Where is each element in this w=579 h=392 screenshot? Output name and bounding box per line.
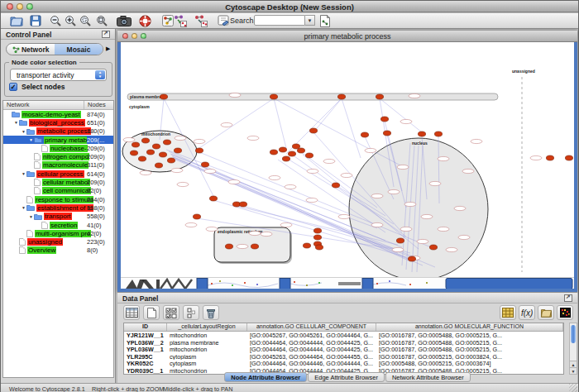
tab-edge-attribute-browser[interactable]: Edge Attribute Browser [308, 372, 385, 382]
tree-row[interactable]: ▼establishment of lo558(0) [3, 203, 113, 212]
zoom-selected-icon[interactable] [78, 14, 93, 27]
expand-triangle-icon[interactable]: ▼ [28, 214, 34, 219]
network-node[interactable] [201, 162, 208, 167]
network-node[interactable] [434, 131, 442, 136]
function-builder-icon[interactable]: f(x) [519, 305, 535, 320]
network-canvas[interactable]: plasma membranecytoplasmnucleusmitochond… [121, 42, 574, 277]
network-node[interactable] [195, 148, 203, 153]
tree-row[interactable]: unassigned223(0) [3, 237, 113, 246]
network-node[interactable] [279, 147, 286, 152]
select-attributes-icon[interactable] [163, 305, 179, 320]
network-node[interactable] [270, 150, 277, 155]
open-session-icon[interactable] [9, 14, 24, 27]
network-node[interactable] [174, 148, 181, 153]
network-node[interactable] [376, 94, 383, 99]
tree-row[interactable]: macromolecule311(0) [3, 161, 113, 170]
expand-triangle-icon[interactable]: ▼ [21, 205, 26, 210]
network-node[interactable] [332, 183, 339, 188]
network-node[interactable] [565, 155, 572, 160]
scrollbar-thumb[interactable] [571, 325, 576, 343]
network-node[interactable] [146, 150, 154, 155]
expand-triangle-icon[interactable]: ▼ [13, 120, 19, 125]
attribute-table[interactable]: ID_cellularLayoutRegionannotation.GO CEL… [123, 323, 564, 375]
tree-row[interactable]: secretion41(0) [3, 221, 113, 229]
network-node[interactable] [383, 131, 390, 136]
snapshot-icon[interactable] [117, 14, 132, 27]
network-node[interactable] [429, 245, 437, 250]
tree-col-nodes[interactable]: Nodes [84, 101, 113, 109]
float-panel-icon[interactable] [102, 31, 110, 38]
network-node[interactable] [159, 152, 166, 157]
layout-network-icon[interactable] [173, 14, 188, 27]
network-node[interactable] [380, 117, 388, 122]
tree-row[interactable]: ▼transport558(0) [3, 213, 113, 221]
zoom-out-icon[interactable] [48, 14, 63, 27]
network-node[interactable] [282, 156, 290, 161]
overlay-network-icon[interactable] [194, 14, 208, 27]
resize-grip[interactable] [569, 384, 577, 392]
import-attributes-icon[interactable] [538, 305, 554, 320]
network-node[interactable] [138, 156, 146, 161]
network-node[interactable] [396, 238, 404, 243]
network-node[interactable] [270, 94, 277, 99]
attribute-select[interactable]: transporter activity ▲▼ [10, 69, 107, 81]
annotation-icon[interactable] [216, 14, 231, 27]
network-node[interactable] [209, 196, 217, 201]
network-window-titlebar[interactable]: primary metabolic process [117, 31, 577, 42]
tab-mosaic[interactable]: Mosaic [55, 44, 103, 55]
column-header[interactable]: ID [124, 323, 167, 331]
unselect-attributes-icon[interactable] [183, 305, 199, 320]
network-node[interactable] [315, 245, 323, 250]
network-node[interactable] [167, 158, 175, 163]
network-node[interactable] [313, 228, 321, 233]
heatmap-icon[interactable] [557, 305, 573, 320]
network-node[interactable] [225, 244, 232, 249]
expand-triangle-icon[interactable]: ▼ [21, 129, 26, 134]
tab-node-attribute-browser[interactable]: Node Attribute Browser [224, 372, 307, 382]
expand-triangle-icon[interactable]: ▼ [21, 171, 26, 176]
network-node[interactable] [163, 140, 170, 145]
zoom-in-icon[interactable] [63, 14, 78, 27]
attribute-grid-icon[interactable] [123, 305, 140, 320]
tree-row[interactable]: multi-organism pro42(0) [3, 229, 113, 237]
search-input[interactable] [254, 15, 305, 26]
network-node[interactable] [155, 163, 162, 168]
network-node[interactable] [141, 138, 149, 143]
network-node[interactable] [152, 144, 160, 149]
tree-row[interactable]: cell communicat22(0) [3, 187, 113, 195]
help-icon[interactable] [137, 14, 152, 27]
tree-row[interactable]: ▼metabolic process280(0) [3, 127, 113, 136]
tree-row[interactable]: ▼cellular process614(0) [3, 170, 113, 178]
column-header[interactable]: annotation.GO MOLECULAR_FUNCTION [376, 323, 563, 331]
network-node[interactable] [546, 155, 553, 160]
zoom-fit-icon[interactable] [94, 14, 109, 27]
network-node[interactable] [130, 151, 137, 155]
table-row[interactable]: YKR052Ccytoplasm[GO:0044464, GO:0044446,… [124, 360, 563, 367]
tab-network-attribute-browser[interactable]: Network Attribute Browser [385, 372, 471, 382]
table-row[interactable]: YPL036W__2plasma membrane[GO:0044464, GO… [124, 339, 563, 347]
column-header[interactable]: annotation.GO CELLULAR_COMPONENT [247, 323, 376, 331]
search-dropdown-icon[interactable]: ▼ [305, 15, 315, 26]
network-node[interactable] [309, 128, 317, 133]
float-data-panel-icon[interactable] [564, 294, 572, 302]
tree-row[interactable]: Overview8(0) [3, 246, 113, 255]
tree-col-network[interactable]: Network [3, 101, 84, 109]
network-node[interactable] [193, 214, 200, 219]
tree-row[interactable]: nitrogen compo209(0) [3, 152, 113, 160]
network-node[interactable] [408, 256, 415, 261]
network-node[interactable] [313, 235, 321, 240]
tree-row[interactable]: ▼primary metabo209(... [3, 136, 113, 144]
scroll-up-icon[interactable]: ▲ [570, 361, 577, 367]
matrix-icon[interactable] [500, 305, 516, 320]
expand-triangle-icon[interactable]: ▼ [28, 137, 34, 142]
tree-row[interactable]: nucleobase-209(0) [3, 144, 113, 152]
network-node[interactable] [251, 244, 258, 249]
table-row[interactable]: YJR121W__1mitochondrion[GO:0045267, GO:0… [124, 332, 563, 339]
network-node[interactable] [132, 142, 139, 147]
network-node[interactable] [303, 243, 310, 248]
network-node[interactable] [288, 151, 295, 156]
tree-row[interactable]: response to stimulu264(0) [3, 195, 113, 203]
save-session-icon[interactable] [28, 14, 43, 27]
tree-row[interactable]: mosaic-demo-yeast874(0) [3, 110, 113, 118]
network-node[interactable] [239, 202, 246, 207]
